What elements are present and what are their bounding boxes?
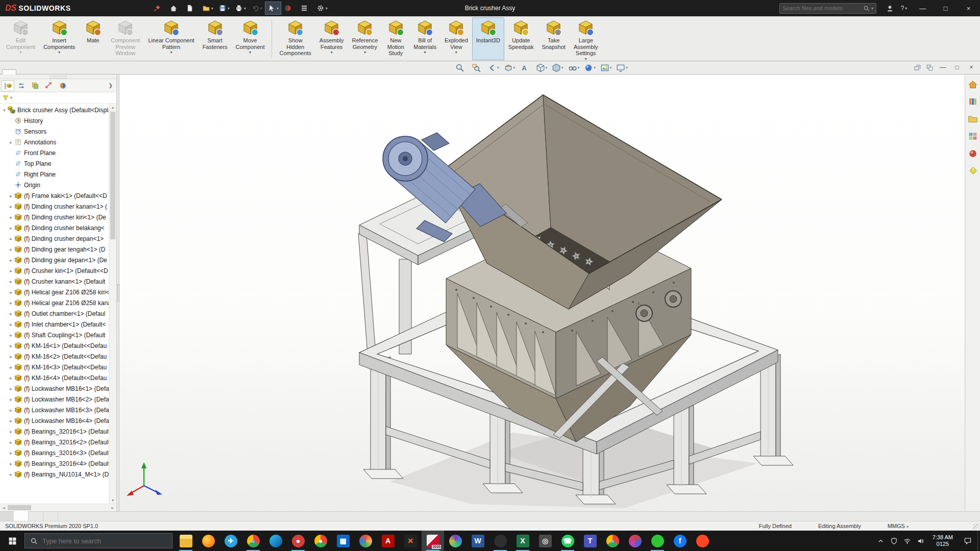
command-dropdown-icon[interactable]: ▾ [455,51,457,55]
tree-expand-icon[interactable]: ▸ [8,279,14,284]
view-palette-button[interactable] [967,131,978,142]
scroll-left-icon[interactable]: ◂ [0,506,8,510]
save-button[interactable]: ▾ [216,2,232,15]
show-desktop-button[interactable] [977,531,980,551]
adobe-acrobat-icon[interactable]: A [377,531,399,551]
scrollbar-thumb[interactable] [8,505,31,510]
tree-item[interactable]: ▸ (f) Lockwasher MB16<1> (Defa [1,383,109,394]
tree-root-assembly[interactable]: ▾ Brick crusher Assy (Default<Displa [1,105,109,115]
bill-of-materials-button[interactable]: Bill ofMaterials ▾ [409,17,440,60]
photos-icon-2[interactable] [624,531,646,551]
tree-expand-icon[interactable]: ▸ [8,258,14,263]
tree-item[interactable]: ▸ (f) Dinding gear tengah<1> (D [1,244,109,255]
search-input[interactable] [782,5,863,11]
previous-view-button[interactable]: ▾ [485,62,501,74]
tree-expand-icon[interactable]: ▸ [8,429,14,434]
microsoft-store-icon[interactable]: ▦ [332,531,354,551]
tree-item[interactable]: ▸ (f) KM-16<4> (Default<<Defau [1,372,109,383]
tree-item[interactable]: ▸ (f) Outlet chamber<1> (Defaul [1,308,109,319]
tree-expand-icon[interactable]: ▸ [8,408,14,413]
assembly-features-button[interactable]: AssemblyFeatures ▾ [315,17,348,60]
instant3d-button[interactable]: Instant3D ▾ [472,17,504,60]
mate-button[interactable]: Mate ▾ [79,17,107,60]
taskbar-search[interactable] [24,533,173,548]
tree-expand-icon[interactable]: ▸ [8,300,14,306]
hide-show-items-button[interactable]: ▾ [566,62,582,74]
zoom-to-area-button[interactable]: ▾ [470,62,485,74]
command-dropdown-icon[interactable]: ▾ [19,51,21,55]
tree-expand-icon[interactable]: ▸ [8,311,14,316]
appearances-scenes-button[interactable] [967,148,978,159]
whatsapp-icon[interactable]: ☎ [556,531,579,551]
scroll-up-icon[interactable]: ▲ [109,104,116,111]
display-style-button[interactable]: ▾ [550,62,566,74]
filter-icon[interactable] [2,94,9,102]
tree-item[interactable]: ▸ (f) KM-16<3> (Default<<Defau [1,362,109,372]
telegram-icon[interactable]: ✈ [219,531,242,551]
file-explorer-icon[interactable] [175,531,197,551]
tree-item[interactable]: ▸ (f) Dinding crusher kiri<1> (De [1,212,109,222]
panel-tabs-overflow-button[interactable]: ❯ [106,83,115,88]
linear-component-pattern-button[interactable]: Linear ComponentPattern ▾ [144,17,199,60]
tree-item[interactable]: ▸ (f) Bearings_32016<2> (Default [1,437,109,447]
search-box[interactable]: ▾ [779,3,876,14]
insert-components-button[interactable]: InsertComponents ▾ [39,17,79,60]
file-explorer-button[interactable] [967,113,978,124]
tree-item[interactable]: ▸ (f) Bearings_32016<3> (Default [1,447,109,458]
tree-item[interactable]: ▸ Right Plane [1,169,109,180]
close-button[interactable]: × [957,0,980,16]
tree-expand-icon[interactable]: ▸ [8,440,14,445]
edit-appearance-button[interactable]: ▾ [582,62,598,74]
graphics-viewport[interactable] [119,74,965,511]
menu-insert[interactable] [108,0,118,16]
command-dropdown-icon[interactable]: ▾ [249,51,251,55]
update-speedpak-button[interactable]: UpdateSpeedpak ▾ [504,17,538,60]
excel-icon[interactable]: X [511,531,534,551]
line-app-icon[interactable] [646,531,669,551]
camera-app-icon[interactable]: ◎ [534,531,556,551]
tree-expand-icon[interactable]: ▸ [8,215,14,220]
tab-motion-study-1[interactable] [43,512,58,521]
tree-item[interactable]: ▸ (f) Bearings_32016<4> (Default [1,458,109,469]
taskbar-search-input[interactable] [42,537,167,545]
tree-root-collapse-icon[interactable]: ▾ [1,108,8,113]
tree-expand-icon[interactable]: ▸ [8,290,14,295]
file-properties-button[interactable]: ▾ [298,2,314,15]
tree-vertical-scrollbar[interactable]: ▲ ▼ [109,104,116,504]
tree-item[interactable]: ▸ (f) Bearings_32016<1> (Default [1,426,109,437]
tree-item[interactable]: ▸ (f) Lockwasher MB16<4> (Defa [1,415,109,426]
tree-item[interactable]: ▸ (f) Inlet chamber<1> (Default< [1,319,109,330]
scroll-right-icon[interactable]: ▸ [109,506,116,510]
scrollbar-thumb[interactable] [110,112,115,239]
exploded-view-button[interactable]: ExplodedView ▾ [440,17,472,60]
undo-button[interactable]: ▾ [249,2,265,15]
tree-expand-icon[interactable]: ▸ [8,397,14,402]
browser-icon-2[interactable]: ● [601,531,624,551]
menu-help[interactable] [138,0,149,16]
restore-button[interactable]: □ [934,0,957,16]
menu-file[interactable] [77,0,87,16]
filter-dropdown-icon[interactable]: ▾ [10,95,12,100]
defender-tray-icon[interactable] [888,531,901,551]
pin-menu-button[interactable] [151,2,164,14]
move-component-button[interactable]: MoveComponent ▾ [232,17,269,60]
photos-app-icon[interactable] [354,531,377,551]
dynamic-annotation-views-button[interactable]: A ▾ [518,62,533,74]
scroll-down-icon[interactable]: ▼ [109,496,116,504]
tree-item[interactable]: ▸ Sensors [1,126,109,137]
facebook-icon[interactable]: f [669,531,691,551]
minimize-button[interactable]: — [911,0,934,16]
edit-component-button[interactable]: EditComponent ▾ [2,17,39,60]
tree-item[interactable]: ▸ (f) KM-16<2> (Default<<Defau [1,351,109,362]
tree-expand-icon[interactable]: ▸ [8,472,14,477]
new-motion-study-button[interactable]: NewMotionStudy ▾ [382,17,409,60]
tree-expand-icon[interactable]: ▸ [8,268,14,273]
custom-properties-button[interactable] [967,165,978,177]
reference-geometry-button[interactable]: ReferenceGeometry ▾ [348,17,382,60]
tab-evaluate[interactable] [59,69,74,74]
tree-item[interactable]: ▸ Origin [1,180,109,190]
tree-item[interactable]: ▸ (f) Dinding crusher kanan<1> ( [1,201,109,212]
network-tray-icon[interactable] [901,531,914,551]
command-dropdown-icon[interactable]: ▾ [364,51,366,55]
doc-restore-button[interactable]: □ [950,62,964,72]
